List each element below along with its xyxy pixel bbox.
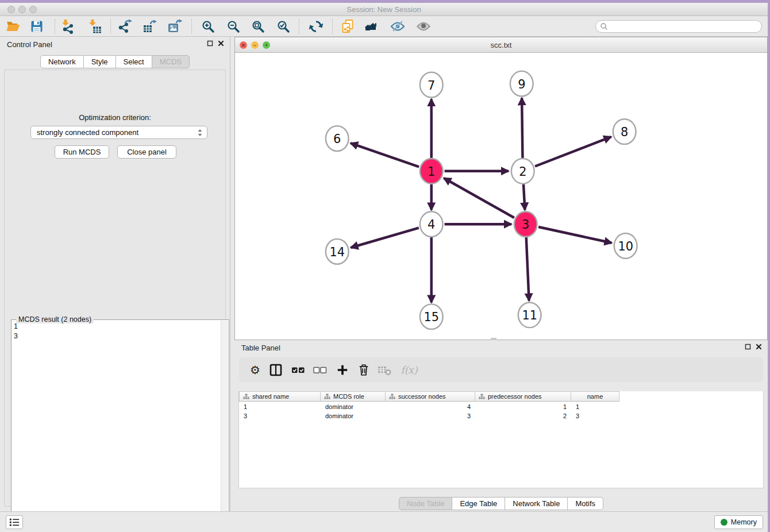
table-cell[interactable]: 2 — [475, 412, 571, 421]
table-cell[interactable]: 4 — [386, 403, 475, 412]
table-cell[interactable]: 1 — [475, 403, 571, 412]
svg-text:14: 14 — [329, 245, 345, 259]
table-options-gear-icon[interactable]: ⚙ — [247, 362, 263, 378]
tab-network[interactable]: Network — [40, 55, 84, 68]
tab-node-table[interactable]: Node Table — [399, 497, 453, 510]
graph-node-8[interactable]: 8 — [613, 119, 636, 144]
tab-style[interactable]: Style — [84, 55, 116, 68]
mcds-result-scrollbar[interactable] — [221, 321, 228, 532]
optimization-criterion-dropdown[interactable]: strongly connected component — [30, 126, 207, 139]
import-table-icon[interactable] — [87, 18, 103, 34]
unselect-all-columns-icon[interactable] — [312, 362, 328, 378]
titlebar: Session: New Session — [0, 3, 768, 16]
svg-text:3: 3 — [522, 218, 529, 232]
close-table-panel-icon[interactable] — [756, 344, 762, 350]
float-panel-icon[interactable] — [207, 40, 213, 47]
float-table-panel-icon[interactable] — [745, 344, 751, 350]
control-panel-title: Control Panel — [7, 40, 52, 49]
edge-4-to-14[interactable] — [351, 228, 419, 248]
column-header-successor-nodes[interactable]: successor nodes — [386, 391, 475, 402]
graph-node-7[interactable]: 7 — [420, 72, 443, 98]
window-title: Session: New Session — [0, 5, 768, 14]
export-network-icon[interactable] — [117, 18, 133, 34]
graph-node-3[interactable]: 3 — [514, 211, 537, 237]
table-cell[interactable]: dominator — [321, 403, 386, 412]
delete-column-trash-icon[interactable] — [356, 362, 372, 378]
zoom-in-icon[interactable] — [200, 18, 216, 34]
application-window: Session: New Session — [0, 3, 768, 532]
control-panel-tabs: NetworkStyleSelectMCDS — [0, 55, 230, 68]
memory-button[interactable]: Memory — [714, 515, 763, 529]
add-column-icon[interactable] — [334, 362, 351, 378]
graph-node-4[interactable]: 4 — [420, 211, 443, 237]
task-history-button[interactable] — [6, 515, 23, 529]
svg-text:4: 4 — [428, 218, 435, 232]
edge-2-to-9[interactable] — [522, 98, 522, 158]
close-panel-button[interactable]: Close panel — [117, 145, 176, 159]
edge-3-to-1[interactable] — [444, 178, 514, 218]
column-header-shared-name[interactable]: shared name — [239, 391, 321, 402]
mcds-result-box: MCDS result (2 nodes) 1 3 — [11, 319, 229, 532]
hide-selected-eye-slash-icon[interactable] — [390, 18, 406, 34]
run-mcds-button[interactable]: Run MCDS — [55, 145, 109, 159]
table-cell[interactable]: 3 — [239, 412, 321, 421]
network-title: scc.txt — [235, 41, 767, 49]
table-row[interactable]: 1dominator411 — [239, 403, 619, 412]
tab-mcds[interactable]: MCDS — [152, 55, 190, 68]
column-header-predecessor-nodes[interactable]: predecessor nodes — [475, 391, 571, 402]
zoom-selected-icon[interactable] — [275, 18, 291, 34]
network-canvas[interactable]: 7968124314101511 — [235, 53, 767, 340]
zoom-out-icon[interactable] — [225, 18, 241, 34]
export-table-icon[interactable] — [142, 18, 158, 34]
edge-2-to-8[interactable] — [535, 137, 611, 166]
status-bar: Memory — [0, 511, 768, 532]
table-panel-title: Table Panel — [241, 344, 280, 352]
open-session-icon[interactable] — [5, 18, 21, 34]
zoom-fit-icon[interactable] — [250, 18, 266, 34]
network-titlebar[interactable]: ✕ − ＋ scc.txt — [235, 37, 767, 53]
close-panel-icon[interactable] — [218, 40, 224, 47]
home-network-icon[interactable] — [365, 18, 381, 34]
graph-node-6[interactable]: 6 — [326, 126, 349, 151]
svg-text:8: 8 — [621, 125, 628, 139]
graph-node-11[interactable]: 11 — [518, 302, 541, 327]
graph-node-10[interactable]: 10 — [614, 233, 637, 259]
import-network-icon[interactable] — [60, 18, 76, 34]
column-header-name[interactable]: name — [571, 391, 619, 402]
graph-node-2[interactable]: 2 — [511, 159, 534, 184]
search-field[interactable] — [595, 20, 762, 33]
save-session-icon[interactable] — [29, 18, 45, 34]
tab-edge-table[interactable]: Edge Table — [452, 497, 505, 510]
graph-node-1[interactable]: 1 — [420, 159, 443, 184]
tab-network-table[interactable]: Network Table — [505, 497, 568, 510]
new-network-from-selection-icon[interactable] — [340, 18, 356, 34]
graph-node-15[interactable]: 15 — [420, 304, 443, 329]
tab-select[interactable]: Select — [116, 55, 152, 68]
export-image-icon[interactable] — [167, 18, 183, 34]
graph-node-14[interactable]: 14 — [326, 239, 349, 264]
select-all-columns-icon[interactable] — [290, 362, 306, 378]
table-panel: Table Panel ⚙ — [234, 340, 768, 511]
table-cell[interactable]: 1 — [571, 403, 619, 412]
table-cell[interactable]: 3 — [386, 412, 475, 421]
show-all-eye-icon[interactable] — [415, 18, 432, 34]
tab-motifs[interactable]: Motifs — [568, 497, 603, 510]
edge-3-to-11[interactable] — [526, 237, 529, 300]
search-input[interactable] — [610, 22, 761, 30]
svg-text:2: 2 — [519, 165, 526, 179]
column-header-mcds-role[interactable]: MCDS role — [321, 391, 386, 402]
dropdown-selected-value: strongly connected component — [37, 128, 197, 137]
table-cell[interactable]: 3 — [571, 412, 619, 421]
edge-1-to-6[interactable] — [351, 143, 419, 167]
refresh-layout-icon[interactable] — [308, 18, 324, 34]
edge-2-to-3[interactable] — [523, 184, 525, 210]
graph-node-9[interactable]: 9 — [510, 71, 533, 97]
table-cell[interactable]: dominator — [321, 412, 386, 421]
svg-text:15: 15 — [424, 310, 439, 324]
column-view-icon[interactable] — [268, 362, 284, 378]
table-row[interactable]: 3dominator323 — [239, 412, 619, 421]
edge-3-to-10[interactable] — [538, 227, 611, 243]
table-cell[interactable]: 1 — [239, 403, 321, 412]
svg-text:6: 6 — [333, 132, 341, 146]
mcds-result-lines: 1 3 — [14, 322, 220, 532]
